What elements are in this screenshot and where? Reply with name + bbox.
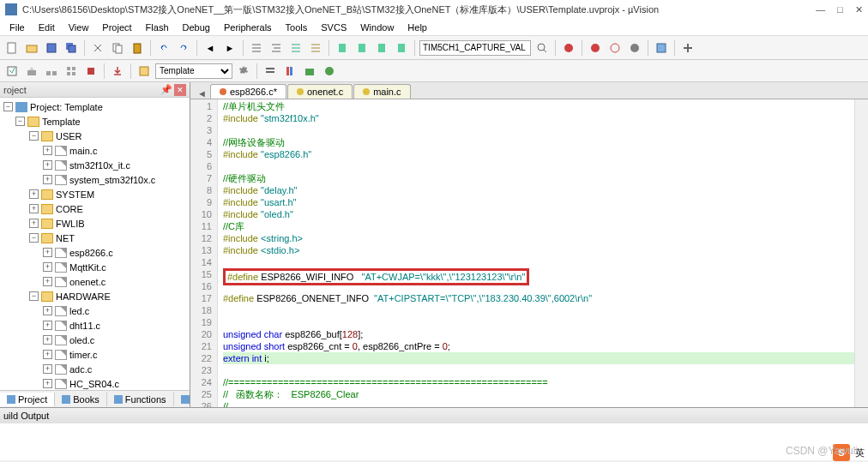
tree-expander[interactable]: + — [43, 248, 52, 257]
indent-icon[interactable] — [248, 39, 265, 57]
tree-group-user[interactable]: −USER — [0, 129, 190, 143]
file-tab-esp8266c[interactable]: esp8266.c* — [210, 84, 286, 99]
tree-file-main-c[interactable]: +main.c — [0, 143, 190, 158]
panel-tab-project[interactable]: Project — [0, 393, 55, 406]
menu-svcs[interactable]: SVCS — [315, 21, 353, 34]
code-line-10[interactable]: #include "oled.h" — [223, 208, 854, 220]
menu-file[interactable]: File — [3, 21, 31, 34]
tree-file-HC_SR04-c[interactable]: +HC_SR04.c — [0, 376, 190, 390]
target-options-icon[interactable] — [136, 63, 153, 80]
menu-help[interactable]: Help — [401, 21, 433, 34]
save-all-icon[interactable] — [63, 39, 80, 57]
tree-group-system[interactable]: +SYSTEM — [0, 187, 190, 201]
code-line-22[interactable]: extern int i; — [223, 352, 854, 364]
copy-icon[interactable] — [109, 39, 126, 57]
tree-group-fwlib[interactable]: +FWLIB — [0, 216, 190, 231]
tree-expander[interactable]: − — [29, 291, 39, 301]
file-tab-onenetc[interactable]: onenet.c — [287, 84, 353, 99]
code-line-19[interactable] — [223, 316, 854, 328]
menu-flash[interactable]: Flash — [140, 21, 175, 34]
code-line-14[interactable] — [223, 256, 854, 268]
tree-file-led-c[interactable]: +led.c — [0, 303, 190, 318]
tree-root[interactable]: −Project: Template — [0, 99, 190, 114]
code-line-25[interactable]: // 函数名称： ESP8266_Clear — [223, 388, 854, 400]
tree-file-esp8266-c[interactable]: +esp8266.c — [0, 245, 190, 260]
tree-group-core[interactable]: +CORE — [0, 201, 190, 216]
tree-target[interactable]: −Template — [0, 114, 190, 129]
code-line-9[interactable]: #include "usart.h" — [223, 196, 854, 208]
code-line-12[interactable]: #include <string.h> — [223, 232, 854, 244]
code-line-26[interactable]: // — [223, 400, 854, 407]
panel-close-icon[interactable]: ✕ — [174, 84, 186, 96]
cut-icon[interactable] — [89, 39, 106, 57]
menu-edit[interactable]: Edit — [33, 21, 61, 34]
sogou-ime-icon[interactable]: S — [833, 444, 850, 461]
code-line-21[interactable]: unsigned short esp8266_cnt = 0, esp8266_… — [223, 340, 854, 352]
pack-icon[interactable] — [301, 63, 318, 80]
tree-expander[interactable]: + — [43, 350, 52, 359]
code-line-18[interactable] — [223, 304, 854, 316]
debug-icon[interactable] — [560, 39, 577, 57]
code-line-11[interactable]: //C库 — [223, 220, 854, 232]
code-line-3[interactable] — [223, 124, 854, 136]
open-file-icon[interactable] — [23, 39, 40, 57]
file-tab-mainc[interactable]: main.c — [353, 84, 410, 99]
tree-group-net[interactable]: −NET — [0, 231, 190, 245]
tree-expander[interactable]: + — [29, 219, 39, 228]
code-line-17[interactable]: #define ESP8266_ONENET_INFO "AT+CIPSTART… — [223, 292, 854, 304]
code-line-20[interactable]: unsigned char esp8266_buf[128]; — [223, 328, 854, 340]
close-button[interactable]: ✕ — [855, 4, 863, 15]
code-line-8[interactable]: #include "delay.h" — [223, 184, 854, 196]
comment-icon[interactable] — [287, 39, 304, 57]
tree-expander[interactable]: + — [43, 262, 52, 272]
menu-peripherals[interactable]: Peripherals — [218, 21, 278, 34]
manage-icon[interactable] — [262, 63, 279, 80]
tree-file-onenet-c[interactable]: +onenet.c — [0, 274, 190, 289]
uncomment-icon[interactable] — [307, 39, 324, 57]
nav-back-icon[interactable]: ◄ — [202, 39, 219, 57]
tree-file-dht11-c[interactable]: +dht11.c — [0, 318, 190, 333]
code-line-24[interactable]: //======================================… — [223, 376, 854, 388]
download-icon[interactable] — [109, 63, 126, 80]
code-editor[interactable]: //单片机头文件#include "stm32f10x.h" //网络设备驱动#… — [218, 99, 854, 407]
tree-expander[interactable]: + — [43, 321, 52, 330]
batch-build-icon[interactable] — [63, 63, 80, 80]
code-line-2[interactable]: #include "stm32f10x.h" — [223, 112, 854, 124]
project-tree[interactable]: −Project: Template−Template−USER+main.c+… — [0, 98, 190, 390]
rebuild-icon[interactable] — [43, 63, 60, 80]
maximize-button[interactable]: □ — [837, 4, 843, 15]
code-line-6[interactable] — [223, 160, 854, 172]
tree-expander[interactable]: + — [43, 335, 52, 345]
breakpoint-kill-icon[interactable] — [626, 39, 643, 57]
nav-fwd-icon[interactable]: ► — [221, 39, 238, 57]
code-line-7[interactable]: //硬件驱动 — [223, 172, 854, 184]
build-icon[interactable] — [23, 63, 40, 80]
breakpoint-disable-icon[interactable] — [606, 39, 624, 57]
menu-view[interactable]: View — [63, 21, 95, 34]
save-icon[interactable] — [43, 39, 60, 57]
tree-file-oled-c[interactable]: +oled.c — [0, 333, 190, 347]
ime-indicator[interactable]: 英 — [855, 447, 865, 459]
tree-expander[interactable]: − — [3, 102, 13, 111]
code-line-23[interactable] — [223, 364, 854, 376]
translate-icon[interactable] — [3, 63, 21, 80]
tree-file-stm32f10x_it-c[interactable]: +stm32f10x_it.c — [0, 158, 190, 172]
redo-icon[interactable] — [175, 39, 192, 57]
menu-window[interactable]: Window — [354, 21, 400, 34]
bookmark-icon[interactable] — [334, 39, 351, 57]
code-line-4[interactable]: //网络设备驱动 — [223, 136, 854, 148]
tree-group-hardware[interactable]: −HARDWARE — [0, 289, 190, 303]
tree-expander[interactable]: + — [43, 277, 52, 286]
tree-file-system_stm32f10x-c[interactable]: +system_stm32f10x.c — [0, 172, 190, 187]
minimize-button[interactable]: — — [816, 4, 825, 15]
panel-tab-functions[interactable]: Functions — [107, 393, 174, 406]
find-combo[interactable] — [419, 40, 531, 56]
code-line-13[interactable]: #include <stdio.h> — [223, 244, 854, 256]
bookmark-clear-icon[interactable] — [393, 39, 410, 57]
books-icon[interactable] — [281, 63, 298, 80]
menu-debug[interactable]: Debug — [177, 21, 216, 34]
unindent-icon[interactable] — [268, 39, 285, 57]
rte-icon[interactable] — [321, 63, 338, 80]
tree-file-adc-c[interactable]: +adc.c — [0, 362, 190, 376]
config-icon[interactable] — [679, 39, 696, 57]
